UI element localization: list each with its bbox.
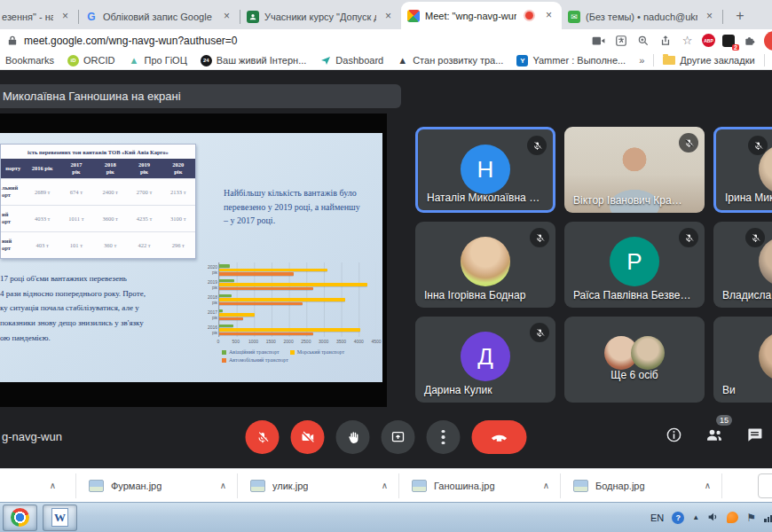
extension-icon[interactable]: 2 — [722, 35, 735, 47]
participant-tile[interactable]: ДДарина Кулик — [415, 317, 555, 403]
call-controls — [246, 420, 527, 454]
participant-tile[interactable]: Інна Ігорівна Боднар — [415, 222, 555, 308]
camera-off-button[interactable] — [291, 420, 325, 454]
bookmark-item[interactable]: Dashboard — [319, 55, 383, 66]
participant-tile[interactable]: ННаталія Миколаївна … — [415, 127, 555, 213]
participant-name: Наталія Миколаївна … — [427, 192, 540, 204]
mic-muted-icon — [745, 228, 765, 247]
image-file-icon — [89, 480, 104, 492]
bookmark-item[interactable]: ▲Про ГіОЦ — [128, 55, 186, 66]
bookmarks-bar: BookmarksiDORCID▲Про ГіОЦ24Ваш живий Інт… — [0, 51, 772, 70]
lock-icon[interactable] — [8, 35, 17, 46]
participant-tile[interactable]: Владисла — [713, 222, 772, 308]
end-call-button[interactable] — [472, 420, 527, 454]
chevron-up-icon[interactable]: ∧ — [382, 481, 388, 490]
hidden-icons-chevron[interactable]: ▲ — [692, 513, 699, 521]
url-text[interactable]: meet.google.com/wng-navg-wun?authuser=0 — [24, 35, 237, 47]
download-filename: Боднар.jpg — [595, 481, 645, 491]
show-all-downloads-button[interactable] — [758, 473, 772, 498]
participant-tile[interactable]: Віктор Іванович Кра… — [564, 127, 705, 213]
tab-close-icon[interactable]: × — [382, 10, 395, 23]
new-tab-button[interactable]: + — [729, 4, 752, 27]
browser-tab[interactable]: езення" - навча× — [0, 4, 78, 29]
participant-tile[interactable]: Ще 6 осіб — [564, 317, 705, 403]
table-cell: 674 т — [59, 178, 93, 205]
axis-tick-label: 0 — [217, 339, 220, 344]
mail-tab-icon: ✉ — [568, 11, 580, 23]
axis-tick-label: 2500 — [301, 339, 311, 344]
download-item[interactable]: Боднар.jpg∧ — [561, 480, 721, 492]
zoom-icon[interactable] — [635, 33, 650, 48]
table-cell: 3100 т — [161, 205, 195, 231]
bookmark-star-icon[interactable]: ☆ — [680, 33, 695, 48]
circle24-icon: 24 — [201, 55, 212, 66]
other-bookmarks-button[interactable]: Другие закладки — [663, 55, 754, 66]
participant-tile[interactable]: Ви — [713, 317, 772, 403]
share-icon[interactable] — [658, 33, 673, 48]
tab-close-icon[interactable]: × — [703, 10, 716, 23]
legend-item: Автомобільний транспорт — [222, 357, 288, 363]
browser-toolbar: meet.google.com/wng-navg-wun?authuser=0 … — [0, 29, 772, 51]
extensions-puzzle-icon[interactable] — [742, 33, 757, 48]
browser-tab[interactable]: Meet: "wng-navg-wun"× — [401, 2, 562, 29]
axis-tick-label: 3000 — [319, 339, 328, 344]
chevron-up-icon[interactable]: ∧ — [543, 481, 549, 490]
table-header-row: порту2016 рік2017 рік2018 рік2019 рік202… — [1, 159, 195, 178]
bookmark-item[interactable]: YYammer : Выполне... — [516, 55, 626, 66]
shared-screen[interactable]: ість перевезених тон вантажів ТОВ «Кий А… — [0, 113, 387, 407]
volume-icon[interactable] — [707, 512, 719, 524]
chart-bar — [219, 332, 313, 336]
chart-bar — [219, 283, 367, 286]
adblock-plus-icon[interactable]: ABP — [702, 34, 715, 47]
tab-close-icon[interactable]: × — [220, 10, 233, 23]
slide-paragraph: 17 році об'єми вантажних перевезень 4 ра… — [0, 271, 184, 345]
raise-hand-button[interactable] — [336, 420, 370, 454]
present-screen-button[interactable] — [382, 420, 415, 454]
participant-name: Ірина Мик — [725, 192, 772, 204]
bookmark-label: Стан розвитку тра... — [413, 55, 503, 66]
browser-tab[interactable]: Учасники курсу "Допуск до за× — [240, 4, 401, 29]
language-indicator[interactable]: EN — [650, 512, 664, 523]
action-center-flag-icon[interactable]: ⚑ — [746, 512, 756, 523]
camera-in-use-icon[interactable] — [591, 33, 606, 48]
tab-close-icon[interactable]: × — [59, 10, 72, 23]
participant-tile[interactable]: РРаїса Павлівна Безве… — [564, 222, 705, 308]
browser-tab[interactable]: ✉(Без темы) • naduch@ukr.net× — [562, 4, 722, 29]
table-cell: 2689 т — [25, 178, 59, 205]
more-options-button[interactable] — [427, 420, 461, 454]
table-cell: 403 т — [25, 231, 59, 258]
browser-tab-strip: езення" - навча×GОбліковий запис Google×… — [0, 0, 772, 29]
profile-avatar[interactable] — [764, 31, 772, 51]
chevron-up-icon[interactable]: ∧ — [220, 481, 226, 490]
download-item[interactable]: улик.jpg∧ — [238, 480, 398, 492]
axis-tick-label: 4500 — [371, 339, 381, 344]
chevron-up-icon[interactable]: ∧ — [705, 481, 711, 490]
download-item[interactable]: Фурман.jpg∧ — [76, 480, 237, 492]
chart-bar — [219, 279, 234, 283]
taskbar-word-button[interactable]: W — [43, 505, 77, 531]
bookmark-item[interactable]: iDORCID — [67, 55, 114, 66]
translate-icon[interactable] — [613, 33, 628, 48]
chat-icon[interactable] — [746, 426, 763, 447]
tab-close-icon[interactable]: × — [542, 9, 555, 22]
participant-name: Дарина Кулик — [424, 384, 492, 396]
network-icon[interactable] — [764, 512, 772, 522]
bookmark-item[interactable]: Bookmarks — [5, 55, 54, 66]
chevron-up-icon[interactable]: ∧ — [50, 481, 56, 490]
participant-tile[interactable]: Ірина Мик — [713, 127, 772, 213]
meeting-details-icon[interactable] — [666, 426, 682, 447]
avast-icon[interactable] — [727, 512, 738, 523]
participants-icon[interactable]: 15 — [705, 426, 724, 447]
taskbar-chrome-button[interactable] — [3, 505, 37, 531]
browser-tab[interactable]: GОбліковий запис Google× — [79, 4, 240, 29]
bookmark-item[interactable]: ▲Стан розвитку тра... — [397, 55, 503, 66]
bookmarks-overflow-icon[interactable]: » — [639, 55, 644, 66]
column-header: 2016 рік — [25, 159, 59, 178]
bookmark-item[interactable]: 24Ваш живий Інтерн... — [201, 55, 307, 66]
mic-off-button[interactable] — [246, 420, 280, 454]
help-icon[interactable]: ? — [672, 512, 684, 524]
tab-title: Обліковий запис Google — [103, 12, 215, 22]
download-item-partial[interactable]: ∧ — [0, 481, 75, 490]
download-item[interactable]: Ганошина.jpg∧ — [399, 480, 560, 492]
legend-label: Автомобільний транспорт — [229, 357, 288, 363]
